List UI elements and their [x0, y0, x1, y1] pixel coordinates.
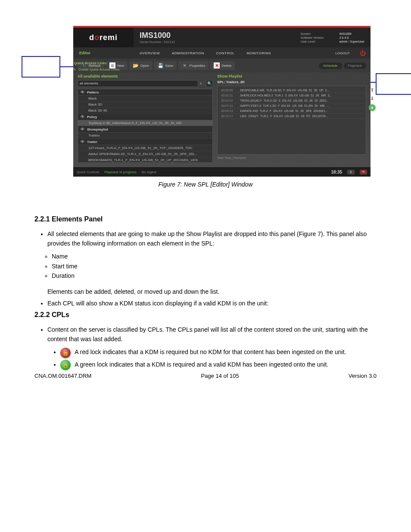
- section-heading: 2.2.2 CPLs: [34, 309, 377, 320]
- delete-icon: ✕: [214, 62, 220, 68]
- playlist-row[interactable]: 00:02:31SHERLOCK-HOLMES-2_TLR-1_S_EN-XX_…: [219, 93, 364, 98]
- playback-status: Playback in progress: [104, 170, 136, 174]
- info-label: User Level:: [301, 40, 331, 43]
- tree-group[interactable]: 👁Pattern: [78, 89, 212, 96]
- serial-number: Serial Number: 332132: [140, 40, 217, 44]
- schedule-pill[interactable]: Schedule: [319, 62, 342, 69]
- pl-time: 00:09:43: [221, 109, 237, 112]
- logo: doremi: [89, 33, 118, 42]
- status-bar: Quick Controls Playback in progress No i…: [73, 167, 371, 177]
- lock-red-icon: 🔒: [60, 348, 71, 358]
- open-button[interactable]: 📂Open: [129, 61, 153, 70]
- figure-caption: Figure 7: New SPL [Editor] Window: [17, 181, 394, 188]
- info-row: Screen:IMS1000: [301, 32, 364, 35]
- tree-item[interactable]: Black 3D: [78, 102, 212, 108]
- info-label: Software Version:: [301, 36, 331, 39]
- pl-name: TRON-LEGACY_TLR-2-3D_S_EN-XX_US-GB_51_2K…: [240, 99, 362, 102]
- info-label: Screen:: [301, 32, 331, 35]
- clock: 18:35: [331, 170, 342, 174]
- quick-controls-status[interactable]: Quick Controls: [77, 170, 99, 174]
- show-playlist-panel: Show Playlist SPL: Trailers, 2D 00:00:00…: [217, 74, 366, 163]
- playlist-row[interactable]: 00:00:00DESPICABLE-ME_TLR-1B-2D_F_EN-XX_…: [219, 88, 364, 93]
- move-up-icon[interactable]: ⬆: [370, 87, 374, 93]
- section-heading: 2.2.1 Elements Panel: [34, 214, 377, 225]
- header: doremi IMS1000 Serial Number: 332132 Scr…: [73, 28, 371, 47]
- playlist-row[interactable]: 00:12:17LIKE_CRAZY_TLR-1_F_EN-XX_US-GB_5…: [219, 114, 364, 119]
- tree-group[interactable]: 👁Trailer: [78, 139, 212, 145]
- tree-item[interactable]: ToyStory-2-3D_Intermission-5_F_EN-XX_US_…: [78, 120, 212, 126]
- add-icon[interactable]: +: [369, 104, 376, 111]
- save-button[interactable]: 💾Save: [154, 61, 177, 70]
- playlist-row[interactable]: 00:07:22HAPPY-FEET-2_TLR-1-3D_F_EN-XX_US…: [219, 103, 364, 109]
- toolbar-right: Schedule Playback: [319, 62, 366, 69]
- group-label: Trailer: [87, 140, 97, 144]
- logo-letter: remi: [100, 33, 118, 42]
- doc-version: Version 3.0: [349, 373, 377, 379]
- pl-name: KARATE-KID_TLR-2_F_EN-XX_US-GB_51_2K_SPE…: [240, 109, 362, 112]
- pl-time: 00:07:22: [221, 104, 237, 107]
- list-item: 🔒 A green lock indicates that a KDM is r…: [60, 360, 377, 370]
- eye-icon: 👁: [81, 140, 84, 144]
- chevron-down-icon: ▾: [200, 80, 204, 87]
- elements-panel-title: All available elements: [78, 74, 213, 78]
- logout-button[interactable]: LOGOUT: [327, 51, 358, 55]
- app-window: doremi IMS1000 Serial Number: 332132 Scr…: [73, 26, 371, 177]
- power-icon[interactable]: ⏻: [358, 47, 368, 59]
- list-item: Name: [52, 252, 377, 261]
- quick-access-title: Quick Access Links: [74, 61, 128, 65]
- menu-monitoring[interactable]: MONITORING: [240, 47, 277, 59]
- callout-show-playlist: [376, 73, 411, 95]
- body-text: 2.2.1 Elements Panel All selected elemen…: [17, 214, 394, 308]
- menu-administration[interactable]: ADMINISTRATION: [166, 47, 210, 59]
- list-item: 🔒 A red lock indicates that a KDM is req…: [60, 347, 377, 358]
- paragraph: Each CPL will also show a KDM status ico…: [47, 299, 377, 308]
- save-icon: 💾: [158, 62, 164, 68]
- tree-group[interactable]: 👁Showplaylist: [78, 126, 212, 133]
- quick-access-panel: Quick Access Links Create Quick Access L…: [74, 61, 128, 72]
- create-quick-access-link[interactable]: Create Quick Access Links: [74, 68, 128, 72]
- paragraph: Elements can be added, deleted, or moved…: [47, 287, 377, 296]
- tree-item[interactable]: 127-Hours_TLR-A_F_EN-XX_US-GB_51_2K_TCF_…: [78, 145, 212, 151]
- title-area: IMS1000 Serial Number: 332132: [134, 28, 223, 47]
- tree-item[interactable]: Trailers: [78, 133, 212, 139]
- pl-name: HAPPY-FEET-2_TLR-1-3D_F_EN-XX_US_GB_51-E…: [240, 104, 362, 107]
- elements-panel: All available elements all elements ▾ 🔍 …: [78, 74, 213, 163]
- tree-item[interactable]: AMAZ-SPIDERMAN-2D_TLR-1_S_EN-XX_US-GB_51…: [78, 151, 212, 157]
- logo-letter: d: [89, 33, 94, 42]
- product-name: IMS1000: [140, 31, 217, 40]
- menu-control[interactable]: CONTROL: [210, 47, 241, 59]
- lock-green-icon: 🔒: [60, 360, 71, 370]
- paragraph: All selected elements that are going to …: [47, 229, 377, 249]
- btn-label: Properties: [190, 64, 205, 68]
- filter-select[interactable]: all elements: [78, 80, 198, 87]
- tree-group[interactable]: 👁Policy: [78, 114, 212, 120]
- delete-button[interactable]: ✕Delete: [210, 61, 235, 70]
- group-label: Pattern: [87, 90, 99, 94]
- playlist-row[interactable]: 00:09:43KARATE-KID_TLR-2_F_EN-XX_US-GB_5…: [219, 109, 364, 114]
- playback-pill[interactable]: Playback: [344, 62, 366, 69]
- alert-badge[interactable]: ⚑: [360, 170, 367, 174]
- eye-icon: 👁: [81, 127, 84, 131]
- properties-button[interactable]: ✕Properties: [178, 61, 209, 70]
- info-row: Software Version:2.6.4-0: [301, 36, 364, 39]
- pl-time: 00:12:17: [221, 115, 237, 118]
- move-down-icon[interactable]: ⬇: [370, 96, 374, 102]
- info-value: admin / SuperUser: [339, 40, 364, 43]
- pl-time: 00:02:31: [221, 94, 237, 97]
- group-label: Policy: [87, 115, 97, 119]
- pl-name: SHERLOCK-HOLMES-2_TLR-1_S_EN-XX_US-GB_51…: [240, 94, 362, 97]
- info-area: Screen:IMS1000 Software Version:2.6.4-0 …: [295, 28, 371, 47]
- spl-name: SPL: Trailers, 2D: [217, 80, 366, 84]
- doc-id: CNA.OM.001647.DRM: [34, 373, 91, 379]
- btn-label: Save: [165, 64, 173, 68]
- status-badge[interactable]: ⬇: [347, 170, 355, 174]
- tree-item[interactable]: Black: [78, 96, 212, 102]
- menu-overview[interactable]: OVERVIEW: [134, 47, 166, 59]
- playlist-row[interactable]: 00:04:52TRON-LEGACY_TLR-2-3D_S_EN-XX_US-…: [219, 98, 364, 103]
- search-icon[interactable]: 🔍: [206, 80, 213, 87]
- btn-label: Open: [140, 64, 149, 68]
- callout-quick-access: [22, 56, 60, 78]
- elements-tree[interactable]: 👁PatternBlackBlack 3DBlack 3D 48👁PolicyT…: [78, 89, 213, 163]
- tree-item[interactable]: Black 3D 48: [78, 108, 212, 114]
- tree-item[interactable]: BRIDESMAIDS_TLR-1_F_EN-XX_US-GB_51_2K_UP…: [78, 157, 212, 163]
